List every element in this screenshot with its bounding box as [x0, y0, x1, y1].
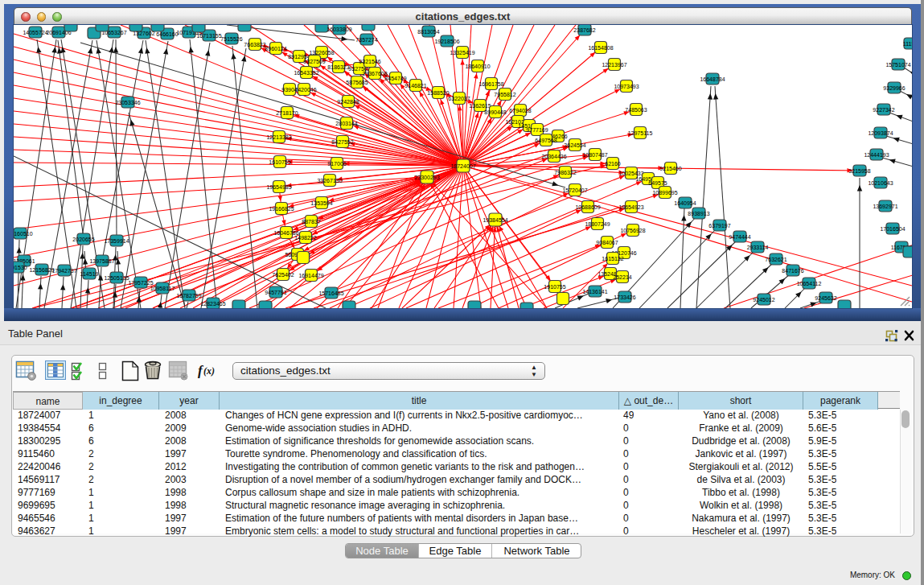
- svg-text:16033809: 16033809: [326, 27, 351, 32]
- svg-text:10973493: 10973493: [614, 84, 639, 89]
- svg-text:14136141: 14136141: [582, 289, 607, 295]
- svg-text:16543382: 16543382: [294, 70, 318, 76]
- svg-text:33267130: 33267130: [317, 178, 342, 183]
- svg-text:12213383: 12213383: [266, 134, 291, 140]
- svg-text:16648784: 16648784: [700, 76, 725, 82]
- svg-text:7625402: 7625402: [272, 272, 294, 278]
- svg-text:16782759: 16782759: [176, 293, 201, 299]
- svg-text:8454749: 8454749: [384, 76, 406, 81]
- svg-text:6379197: 6379197: [708, 223, 730, 229]
- svg-text:252214: 252214: [613, 274, 631, 280]
- svg-text:3624554: 3624554: [564, 142, 585, 148]
- svg-text:9457791: 9457791: [265, 290, 286, 295]
- svg-text:12213967: 12213967: [602, 62, 626, 68]
- svg-text:9321546: 9321546: [359, 59, 380, 64]
- svg-text:9242848: 9242848: [337, 99, 359, 105]
- svg-text:10958117: 10958117: [150, 286, 175, 291]
- svg-text:9215460: 9215460: [659, 166, 681, 171]
- svg-text:23053346: 23053346: [115, 100, 140, 105]
- svg-text:12444193: 12444193: [864, 152, 889, 158]
- svg-text:93904: 93904: [281, 87, 298, 93]
- svg-text:13975887: 13975887: [89, 258, 114, 264]
- svg-text:391530: 391530: [14, 265, 27, 270]
- svg-text:7632621: 7632621: [765, 257, 786, 262]
- svg-text:17016504: 17016504: [880, 226, 905, 232]
- svg-text:1910755: 1910755: [544, 284, 565, 290]
- svg-text:10025433: 10025433: [618, 171, 643, 176]
- svg-text:9084067: 9084067: [596, 240, 618, 245]
- svg-text:10756928: 10756928: [620, 228, 645, 233]
- svg-text:1362615: 1362615: [469, 103, 491, 109]
- svg-text:917006: 917006: [327, 161, 346, 167]
- svg-text:15751074: 15751074: [885, 62, 910, 68]
- svg-text:114519: 114519: [80, 271, 99, 277]
- svg-text:7663822: 7663822: [244, 42, 265, 47]
- svg-text:1610755: 1610755: [269, 159, 290, 165]
- svg-text:1615132: 1615132: [602, 256, 623, 262]
- svg-text:7955812: 7955812: [494, 92, 515, 97]
- svg-text:13325419: 13325419: [450, 50, 474, 56]
- svg-text:9474444: 9474444: [729, 234, 750, 240]
- svg-text:1733426: 1733426: [614, 295, 635, 300]
- svg-text:3215958: 3215958: [848, 168, 870, 174]
- svg-text:12093874: 12093874: [868, 130, 893, 136]
- svg-text:14055724: 14055724: [23, 30, 47, 35]
- svg-text:17957225: 17957225: [128, 280, 153, 286]
- svg-text:13692971: 13692971: [873, 204, 897, 209]
- svg-text:8990448: 8990448: [484, 109, 506, 115]
- svg-text:15716485: 15716485: [318, 290, 343, 296]
- svg-text:18640910: 18640910: [465, 64, 490, 69]
- svg-text:23300293: 23300293: [414, 175, 439, 180]
- svg-text:9227342: 9227342: [873, 107, 894, 113]
- svg-text:10688609: 10688609: [575, 204, 600, 210]
- svg-text:9245012: 9245012: [753, 297, 774, 303]
- svg-text:9245632: 9245632: [815, 295, 836, 301]
- svg-text:12823465: 12823465: [200, 301, 225, 307]
- svg-text:15720407: 15720407: [562, 187, 587, 193]
- svg-text:19654923: 19654923: [618, 204, 643, 210]
- svg-text:8938913: 8938913: [688, 211, 709, 216]
- svg-text:2020655: 2020655: [72, 237, 94, 242]
- svg-text:7515526: 7515526: [220, 36, 242, 42]
- svg-text:7857274: 7857274: [355, 37, 377, 43]
- svg-text:16713155: 16713155: [196, 33, 221, 39]
- svg-text:9327509: 9327509: [303, 59, 325, 64]
- svg-text:12156829: 12156829: [29, 267, 54, 273]
- svg-text:20364436: 20364436: [541, 154, 566, 159]
- svg-text:12975115: 12975115: [628, 130, 653, 136]
- svg-text:10807487: 10807487: [582, 152, 607, 158]
- svg-text:10899695: 10899695: [652, 190, 677, 196]
- svg-text:19654985: 19654985: [266, 184, 291, 190]
- svg-text:6322037: 6322037: [448, 96, 470, 101]
- svg-text:62160: 62160: [605, 161, 621, 167]
- svg-text:18724007: 18724007: [450, 163, 475, 169]
- svg-text:19384554: 19384554: [483, 217, 507, 223]
- svg-text:10210643: 10210643: [868, 180, 893, 186]
- svg-text:1588520: 1588520: [427, 90, 449, 96]
- svg-text:8960124: 8960124: [265, 46, 286, 51]
- svg-text:649575: 649575: [648, 180, 667, 186]
- svg-text:10654112: 10654112: [797, 281, 822, 286]
- svg-text:17359914: 17359914: [104, 238, 129, 244]
- svg-text:2387682: 2387682: [573, 27, 595, 33]
- svg-text:26160510: 26160510: [14, 231, 33, 237]
- svg-text:887837: 887837: [302, 219, 320, 225]
- svg-text:6497568: 6497568: [535, 138, 556, 143]
- svg-text:18807249: 18807249: [585, 221, 610, 227]
- svg-text:16914479: 16914479: [298, 273, 323, 278]
- svg-text:2718170: 2718170: [276, 110, 298, 116]
- svg-text:8813054: 8813054: [417, 29, 439, 35]
- svg-text:(x): (x): [203, 365, 215, 377]
- svg-text:16961758: 16961758: [478, 81, 503, 87]
- svg-text:13226058: 13226058: [309, 50, 334, 56]
- svg-text:7485063: 7485063: [625, 107, 647, 113]
- svg-text:6794028: 6794028: [509, 108, 531, 113]
- svg-text:8471676: 8471676: [782, 268, 803, 274]
- svg-text:11157: 11157: [903, 41, 912, 47]
- svg-text:19166825: 19166825: [269, 206, 294, 212]
- svg-text:29367608: 29367608: [362, 71, 387, 76]
- svg-text:12505135: 12505135: [104, 275, 129, 281]
- svg-text:17942737: 17942737: [51, 268, 76, 274]
- svg-text:8186323: 8186323: [327, 64, 349, 70]
- svg-text:1353594: 1353594: [310, 200, 332, 206]
